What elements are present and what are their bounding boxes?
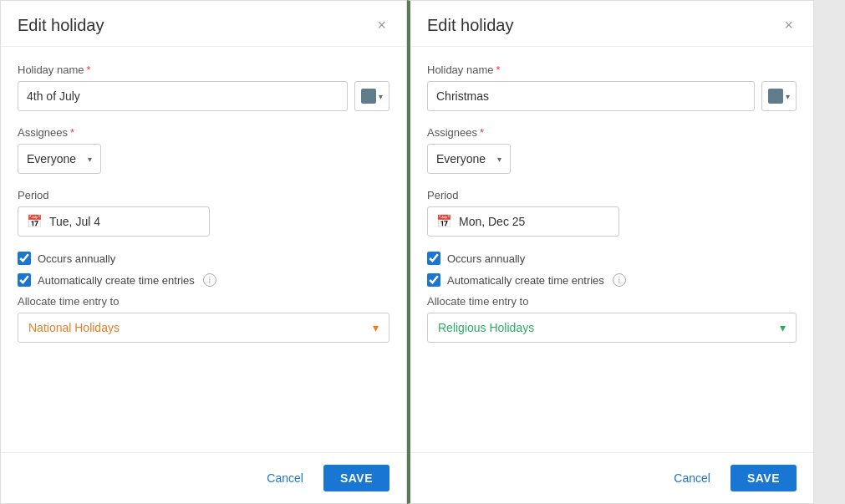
dialog-2-required-star: *: [496, 64, 501, 76]
dialog-2-info-icon[interactable]: i: [613, 273, 626, 287]
dialog-2-save-button[interactable]: SAVE: [730, 465, 797, 491]
dialog-1-assignees-group: Assignees * Everyone ▾: [18, 126, 389, 174]
dialog-1-assignees-arrow-icon: ▾: [88, 155, 92, 164]
dialog-1-holiday-name-input[interactable]: [18, 81, 348, 111]
dialog-1-auto-time-checkbox[interactable]: [18, 273, 31, 287]
dialog-1-period-label: Period: [18, 189, 389, 201]
dialog-2-holiday-name-group: Holiday name * ▾: [427, 64, 797, 111]
dialog-2-body: Holiday name * ▾ Assignees * Everyone ▾: [410, 47, 813, 452]
dialog-2-color-swatch: [768, 89, 783, 104]
dialog-2-occurs-annually-row: Occurs annually: [427, 252, 797, 265]
dialog-2-period-label: Period: [427, 189, 797, 201]
dialog-2-auto-time-checkbox[interactable]: [427, 273, 440, 287]
dialog-1-color-picker-button[interactable]: ▾: [354, 81, 389, 111]
dialog-1-allocate-arrow-icon: ▾: [373, 321, 379, 334]
dialog-2-name-row: ▾: [427, 81, 797, 111]
dialog-2-title: Edit holiday: [427, 16, 513, 35]
dialog-1-occurs-annually-row: Occurs annually: [18, 252, 389, 265]
dialog-1-auto-time-row: Automatically create time entries i: [18, 273, 389, 287]
dialog-1-holiday-name-group: Holiday name * ▾: [18, 64, 389, 111]
dialog-2-color-picker-button[interactable]: ▾: [761, 81, 797, 111]
dialog-1-allocate-label: Allocate time entry to: [18, 295, 389, 308]
dialog-1-info-icon[interactable]: i: [203, 273, 216, 287]
dialog-2-close-button[interactable]: ×: [781, 14, 797, 36]
dialog-2-allocate-arrow-icon: ▾: [780, 321, 786, 334]
dialog-2-assignees-required-star: *: [480, 126, 484, 139]
dialog-2-allocate-select[interactable]: Religious Holidays ▾: [427, 313, 797, 343]
dialog-1-cancel-button[interactable]: Cancel: [257, 465, 313, 491]
dialog-2-holiday-name-input[interactable]: [427, 81, 755, 111]
dialog-1-assignees-label: Assignees *: [18, 126, 389, 139]
dialog-1-body: Holiday name * ▾ Assignees * Everyone ▾: [1, 47, 406, 452]
dialog-1-required-star: *: [87, 64, 91, 76]
dialog-2-allocate-group: Allocate time entry to Religious Holiday…: [427, 295, 797, 343]
dialog-1-color-swatch: [361, 89, 376, 104]
dialog-2-period-input[interactable]: 📅 Mon, Dec 25: [427, 206, 619, 237]
dialog-2-assignees-arrow-icon: ▾: [497, 155, 501, 164]
dialog-2-calendar-icon: 📅: [436, 214, 452, 229]
dialog-2-footer: Cancel SAVE: [410, 452, 813, 503]
dialog-2-auto-time-row: Automatically create time entries i: [427, 273, 797, 287]
dialog-2-period-group: Period 📅 Mon, Dec 25: [427, 189, 797, 237]
dialog-1-period-input[interactable]: 📅 Tue, Jul 4: [18, 206, 210, 237]
edit-holiday-dialog-1: Edit holiday × Holiday name * ▾ Assignee…: [0, 0, 407, 504]
dialog-1-assignees-select[interactable]: Everyone ▾: [18, 144, 101, 174]
dialog-2-header: Edit holiday ×: [410, 1, 813, 47]
dialog-1-occurs-annually-checkbox[interactable]: [18, 252, 31, 265]
dialog-1-footer: Cancel SAVE: [1, 452, 406, 503]
dialog-1-color-arrow-icon: ▾: [379, 92, 383, 101]
dialog-1-period-group: Period 📅 Tue, Jul 4: [18, 189, 389, 237]
dialog-1-title: Edit holiday: [18, 16, 104, 35]
dialog-1-save-button[interactable]: SAVE: [323, 465, 389, 491]
dialog-2-cancel-button[interactable]: Cancel: [664, 465, 720, 491]
dialog-2-assignees-group: Assignees * Everyone ▾: [427, 126, 797, 174]
dialog-2-assignees-select[interactable]: Everyone ▾: [427, 144, 511, 174]
dialog-2-occurs-annually-checkbox[interactable]: [427, 252, 440, 265]
dialog-1-holiday-name-label: Holiday name *: [18, 64, 389, 76]
dialog-1-name-row: ▾: [18, 81, 389, 111]
dialog-1-header: Edit holiday ×: [1, 1, 406, 47]
dialog-1-close-button[interactable]: ×: [374, 14, 389, 36]
dialog-1-calendar-icon: 📅: [27, 214, 43, 229]
dialog-2-assignees-label: Assignees *: [427, 126, 797, 139]
dialog-2-holiday-name-label: Holiday name *: [427, 64, 797, 76]
dialog-1-assignees-required-star: *: [70, 126, 74, 139]
dialog-1-allocate-group: Allocate time entry to National Holidays…: [18, 295, 389, 343]
edit-holiday-dialog-2: Edit holiday × Holiday name * ▾ Assignee…: [407, 0, 814, 504]
dialog-2-color-arrow-icon: ▾: [786, 92, 790, 101]
dialog-2-allocate-label: Allocate time entry to: [427, 295, 797, 308]
dialog-1-allocate-select[interactable]: National Holidays ▾: [18, 313, 389, 343]
